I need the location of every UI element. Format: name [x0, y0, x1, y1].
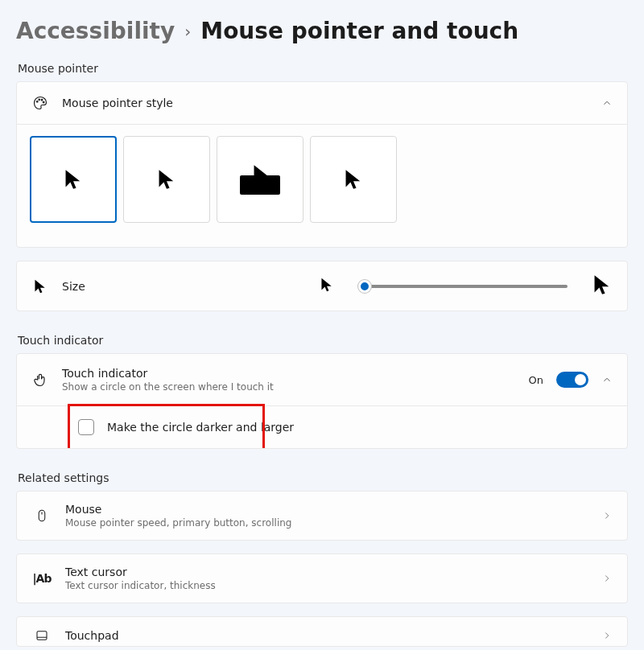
section-label-mouse-pointer: Mouse pointer: [18, 62, 628, 75]
cursor-small-icon: [31, 279, 49, 294]
pointer-style-white[interactable]: [30, 136, 117, 223]
svg-point-0: [36, 101, 38, 103]
page-title: Mouse pointer and touch: [200, 18, 518, 44]
chevron-right-icon: [601, 510, 613, 521]
svg-rect-6: [37, 631, 47, 640]
breadcrumb-parent[interactable]: Accessibility: [16, 18, 175, 44]
chevron-right-icon: [601, 630, 613, 641]
chevron-right-icon: ›: [184, 22, 191, 41]
row-darker-larger[interactable]: Make the circle darker and larger: [17, 405, 627, 448]
panel-mouse-pointer-style: Mouse pointer style: [16, 81, 628, 248]
row-subtitle: Mouse pointer speed, primary button, scr…: [65, 517, 291, 529]
pointer-style-tiles: [17, 124, 627, 247]
panel-related-text-cursor: |Ab Text cursor Text cursor indicator, t…: [16, 553, 628, 603]
chevron-up-icon: [601, 97, 613, 109]
checkbox-label: Make the circle darker and larger: [107, 421, 294, 434]
row-pointer-size: Size: [17, 261, 627, 311]
svg-point-3: [43, 101, 44, 103]
panel-related-touchpad: Touchpad: [16, 616, 628, 647]
chevron-right-icon: [601, 573, 613, 584]
panel-touch-indicator: Touch indicator Show a circle on the scr…: [16, 353, 628, 449]
pointer-size-slider[interactable]: [358, 285, 568, 288]
pointer-style-custom[interactable]: [310, 136, 397, 223]
touchpad-icon: [31, 628, 52, 643]
related-mouse[interactable]: Mouse Mouse pointer speed, primary butto…: [17, 492, 627, 540]
palette-icon: [31, 95, 49, 111]
darker-larger-checkbox[interactable]: [78, 419, 94, 435]
svg-rect-4: [39, 510, 45, 521]
row-title: Touchpad: [65, 629, 119, 642]
row-title: Touch indicator: [62, 367, 274, 380]
svg-point-2: [41, 99, 43, 101]
breadcrumb: Accessibility › Mouse pointer and touch: [16, 18, 628, 44]
row-mouse-pointer-style[interactable]: Mouse pointer style: [17, 82, 627, 124]
pointer-style-black[interactable]: [123, 136, 210, 223]
toggle-state-label: On: [529, 374, 543, 386]
row-subtitle: Show a circle on the screen where I touc…: [62, 381, 274, 393]
row-title: Mouse pointer style: [62, 97, 173, 109]
cursor-small-icon: [320, 278, 334, 294]
touch-indicator-toggle[interactable]: [556, 372, 588, 388]
chevron-up-icon: [601, 374, 613, 385]
related-text-cursor[interactable]: |Ab Text cursor Text cursor indicator, t…: [17, 554, 627, 603]
touch-icon: [31, 372, 49, 388]
panel-pointer-size: Size: [16, 261, 628, 311]
row-touch-indicator[interactable]: Touch indicator Show a circle on the scr…: [17, 354, 627, 405]
mouse-icon: [31, 508, 52, 523]
row-title: Text cursor: [65, 566, 216, 578]
row-subtitle: Text cursor indicator, thickness: [65, 580, 216, 591]
section-label-touch-indicator: Touch indicator: [18, 334, 628, 347]
cursor-large-icon: [592, 274, 613, 298]
pointer-style-inverted[interactable]: [217, 136, 303, 223]
row-title: Size: [62, 280, 85, 293]
related-touchpad[interactable]: Touchpad: [17, 617, 627, 646]
text-cursor-icon: |Ab: [31, 572, 52, 585]
row-title: Mouse: [65, 503, 291, 516]
panel-related-mouse: Mouse Mouse pointer speed, primary butto…: [16, 491, 628, 541]
svg-point-1: [39, 99, 40, 101]
section-label-related: Related settings: [18, 471, 628, 484]
